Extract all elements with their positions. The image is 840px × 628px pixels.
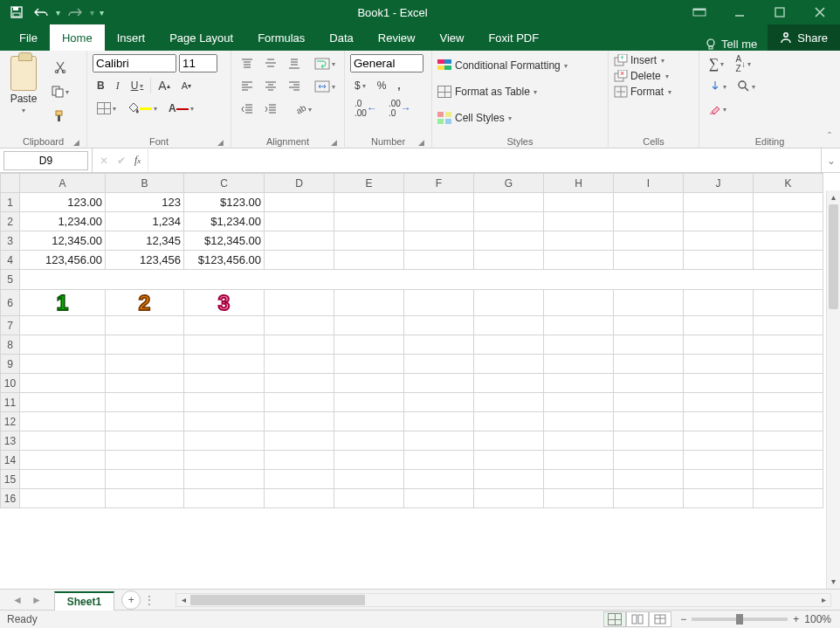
- align-center-button[interactable]: [260, 77, 281, 96]
- zoom-slider[interactable]: [692, 618, 788, 621]
- row-hdr[interactable]: 7: [1, 316, 20, 335]
- row-hdr[interactable]: 4: [1, 251, 20, 270]
- cell[interactable]: [404, 374, 474, 393]
- decrease-decimal-button[interactable]: .00.0→: [384, 99, 416, 118]
- insert-function-button[interactable]: fx: [134, 154, 141, 167]
- cell[interactable]: [544, 451, 614, 470]
- format-as-table-button[interactable]: Format as Table▾: [437, 80, 602, 103]
- maximize-button[interactable]: [760, 0, 800, 24]
- cell[interactable]: [544, 489, 614, 508]
- cell[interactable]: [754, 316, 823, 335]
- orientation-button[interactable]: ab: [290, 100, 316, 119]
- cell[interactable]: [20, 470, 106, 489]
- redo-button[interactable]: [64, 3, 86, 22]
- font-name-combo[interactable]: [93, 54, 176, 72]
- format-painter-button[interactable]: [47, 107, 73, 126]
- tab-data[interactable]: Data: [317, 24, 365, 51]
- cell[interactable]: 123: [106, 193, 184, 212]
- scroll-down-button[interactable]: ▾: [827, 575, 840, 589]
- cell[interactable]: [106, 431, 184, 451]
- col-hdr-k[interactable]: K: [754, 174, 823, 193]
- cell[interactable]: [754, 393, 823, 412]
- zoom-in-button[interactable]: +: [793, 613, 799, 625]
- cell[interactable]: [404, 451, 474, 470]
- cell[interactable]: [334, 470, 404, 489]
- cell[interactable]: [754, 251, 823, 270]
- cell[interactable]: [334, 335, 404, 355]
- col-hdr-g[interactable]: G: [474, 174, 544, 193]
- tab-file[interactable]: File: [7, 24, 50, 51]
- cell[interactable]: [684, 355, 754, 374]
- horizontal-scroll-thumb[interactable]: [190, 595, 365, 605]
- italic-button[interactable]: I: [112, 76, 124, 95]
- cell[interactable]: [544, 290, 614, 316]
- cell[interactable]: [106, 316, 184, 335]
- cell[interactable]: [404, 193, 474, 212]
- cell[interactable]: [265, 393, 334, 412]
- delete-cells-button[interactable]: × Delete▾: [614, 70, 693, 82]
- cell[interactable]: 1,234: [106, 212, 184, 231]
- align-middle-button[interactable]: [260, 54, 281, 73]
- cell[interactable]: [754, 431, 823, 451]
- cell[interactable]: [474, 393, 544, 412]
- zoom-out-button[interactable]: −: [680, 613, 686, 625]
- cell[interactable]: [544, 316, 614, 335]
- page-break-view-button[interactable]: [649, 611, 671, 627]
- cell[interactable]: [184, 355, 265, 374]
- cell[interactable]: [474, 470, 544, 489]
- cell[interactable]: [265, 412, 334, 431]
- cell[interactable]: [20, 431, 106, 451]
- cell[interactable]: [106, 355, 184, 374]
- cell[interactable]: 2: [106, 290, 184, 316]
- cell[interactable]: [20, 393, 106, 412]
- row-hdr[interactable]: 3: [1, 231, 20, 251]
- format-cells-button[interactable]: Format▾: [614, 86, 693, 98]
- expand-formula-bar-button[interactable]: ⌄: [821, 148, 840, 172]
- cell[interactable]: [265, 451, 334, 470]
- cell[interactable]: [265, 489, 334, 508]
- cell[interactable]: [184, 374, 265, 393]
- wrap-text-button[interactable]: [310, 54, 340, 73]
- cell[interactable]: [106, 451, 184, 470]
- new-sheet-button[interactable]: +: [121, 590, 141, 610]
- cell[interactable]: [404, 393, 474, 412]
- cell[interactable]: [474, 355, 544, 374]
- underline-button[interactable]: U: [127, 76, 148, 95]
- tell-me-search[interactable]: Tell me: [695, 38, 768, 51]
- cell[interactable]: 1: [20, 290, 106, 316]
- cell[interactable]: [474, 412, 544, 431]
- cell[interactable]: [614, 412, 684, 431]
- cell[interactable]: [684, 374, 754, 393]
- cell[interactable]: [684, 393, 754, 412]
- cell[interactable]: [544, 393, 614, 412]
- cell[interactable]: $123.00: [184, 193, 265, 212]
- collapse-ribbon-button[interactable]: ˆ: [823, 130, 837, 144]
- bold-button[interactable]: B: [93, 76, 109, 95]
- sheet-nav-prev-button[interactable]: ◄: [12, 594, 23, 606]
- cell[interactable]: [754, 335, 823, 355]
- cell[interactable]: [754, 231, 823, 251]
- cell[interactable]: [614, 251, 684, 270]
- name-box[interactable]: [3, 151, 88, 170]
- row-hdr[interactable]: 15: [1, 470, 20, 489]
- cell[interactable]: [474, 231, 544, 251]
- alignment-launcher-icon[interactable]: ◢: [331, 138, 337, 147]
- cell[interactable]: [265, 374, 334, 393]
- cell[interactable]: [184, 489, 265, 508]
- row-hdr[interactable]: 13: [1, 431, 20, 451]
- cell[interactable]: [106, 374, 184, 393]
- cell[interactable]: [614, 355, 684, 374]
- fill-button[interactable]: [705, 77, 731, 96]
- align-bottom-button[interactable]: [284, 54, 305, 73]
- cell[interactable]: [334, 212, 404, 231]
- cell[interactable]: 3: [184, 290, 265, 316]
- cell[interactable]: [474, 489, 544, 508]
- cell[interactable]: [404, 316, 474, 335]
- cell[interactable]: [404, 290, 474, 316]
- cell[interactable]: [404, 431, 474, 451]
- cell[interactable]: [684, 451, 754, 470]
- row-hdr[interactable]: 1: [1, 193, 20, 212]
- tab-insert[interactable]: Insert: [105, 24, 158, 51]
- cell[interactable]: [20, 335, 106, 355]
- cell[interactable]: [334, 431, 404, 451]
